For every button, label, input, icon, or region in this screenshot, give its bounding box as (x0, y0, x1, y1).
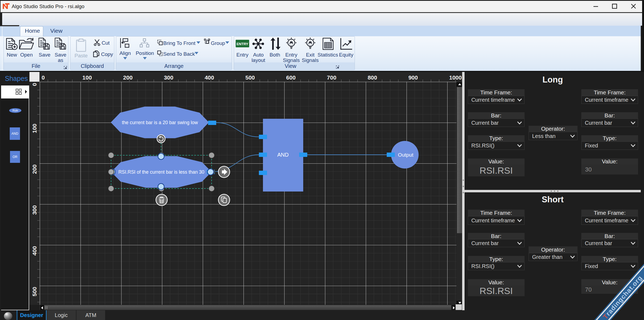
svg-text:200: 200 (123, 74, 133, 81)
svg-text:the current bar is a 20 bar sw: the current bar is a 20 bar swing low (122, 120, 198, 125)
svg-text:ENTRY: ENTRY (236, 42, 248, 46)
svg-text:1000: 1000 (449, 74, 462, 81)
svg-text:400: 400 (205, 74, 214, 81)
svg-text:900: 900 (408, 74, 418, 81)
svg-text:Output: Output (398, 152, 413, 158)
svg-text:0: 0 (42, 74, 45, 81)
svg-text:600: 600 (286, 74, 296, 81)
svg-text:AND: AND (277, 152, 289, 158)
svg-text:700: 700 (327, 74, 336, 81)
svg-text:100: 100 (31, 124, 38, 133)
svg-text:200: 200 (31, 164, 38, 174)
svg-text:400: 400 (31, 246, 38, 256)
svg-text:800: 800 (368, 74, 377, 81)
svg-text:0: 0 (31, 83, 38, 86)
svg-text:300: 300 (164, 74, 173, 81)
svg-text:RSI.RSI of the current bar is: RSI.RSI of the current bar is less than … (118, 169, 204, 175)
svg-text:500: 500 (245, 74, 255, 81)
svg-text:300: 300 (31, 205, 38, 215)
svg-text:100: 100 (82, 74, 92, 81)
svg-text:500: 500 (31, 287, 38, 296)
